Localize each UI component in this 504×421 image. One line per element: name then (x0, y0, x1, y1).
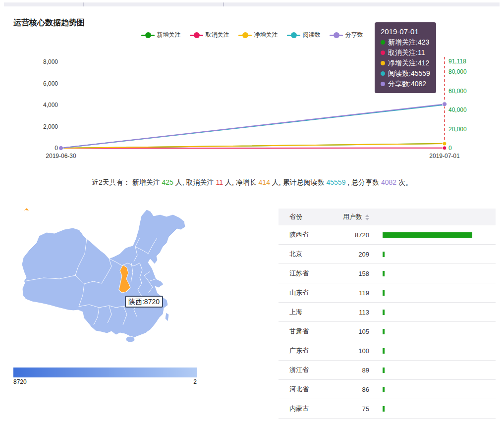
summary-segment: 4082 (381, 178, 396, 186)
summary-text: 近2天共有： 新增关注 425 人, 取消关注 11 人, 净增长 414 人,… (0, 178, 504, 187)
users-bar (383, 406, 385, 412)
users-bar (383, 271, 385, 276)
legend-item[interactable]: 阅读数 (287, 31, 321, 39)
users-bar (383, 368, 385, 373)
table-row: 甘肃省105 (279, 322, 496, 341)
users-cell: 209 (338, 251, 369, 258)
series-dot-icon (381, 40, 385, 45)
legend-item[interactable]: 分享数 (330, 31, 363, 39)
china-outline[interactable] (22, 210, 185, 339)
right-axis-tick: 0 (448, 144, 452, 152)
legend-item[interactable]: 净增关注 (238, 31, 278, 39)
x-axis-label-end: 2019-07-01 (429, 153, 459, 159)
province-table: 省份 用户数 陕西省8720北京209江苏省158山东省119上海113甘肃省1… (279, 209, 496, 419)
data-point-dot (443, 146, 447, 150)
table-row: 江苏省158 (279, 264, 496, 283)
data-point-dot (443, 102, 447, 106)
series-dot-icon (381, 61, 385, 65)
province-cell: 北京 (279, 250, 338, 259)
legend-marker-icon (330, 33, 343, 38)
taiwan-island[interactable] (165, 313, 169, 321)
legend-item[interactable]: 新增关注 (141, 31, 181, 39)
china-map-panel[interactable]: 陕西:8720 (10, 208, 228, 367)
summary-segment: 近2天共有： 新增关注 (92, 178, 162, 186)
users-cell: 158 (338, 270, 369, 277)
summary-segment: 人, 取消关注 (173, 178, 216, 186)
table-row: 上海113 (279, 303, 496, 322)
legend-label: 阅读数 (303, 31, 321, 39)
users-bar (383, 310, 385, 315)
users-cell: 75 (338, 405, 369, 413)
table-row: 浙江省89 (279, 361, 496, 380)
summary-segment: 次。 (396, 178, 412, 186)
table-row: 陕西省8720 (279, 225, 496, 245)
map-gradient-legend (13, 368, 197, 377)
top-bar (4, 2, 500, 6)
chart-tooltip: 2019-07-01 新增关注:423取消关注:11净增关注:412阅读数:45… (375, 22, 436, 93)
right-axis-tick: 91,118 (448, 57, 466, 65)
dashboard-page: 运营核心数据趋势图 新增关注取消关注净增关注阅读数分享数 02,0004,000… (0, 0, 504, 421)
table-row: 北京209 (279, 245, 496, 264)
legend-label: 分享数 (345, 31, 363, 39)
legend: 新增关注取消关注净增关注阅读数分享数 (137, 31, 368, 39)
users-bar (383, 387, 385, 392)
sort-icon[interactable] (365, 214, 369, 220)
chart-tooltip-row: 新增关注:423 (381, 37, 430, 48)
top-bar-divider (223, 2, 224, 6)
data-point-dot (443, 142, 447, 146)
summary-segment: 425 (162, 178, 173, 186)
legend-label: 新增关注 (157, 31, 181, 39)
province-cell: 陕西省 (279, 230, 338, 239)
table-row: 广东省100 (279, 341, 496, 361)
data-point-dot (59, 146, 63, 151)
province-cell: 内蒙古 (279, 404, 338, 413)
series-dot-icon (381, 71, 385, 76)
province-cell: 山东省 (279, 288, 338, 297)
table-row: 内蒙古75 (279, 399, 496, 419)
users-cell: 86 (338, 386, 369, 393)
users-cell: 113 (338, 309, 369, 316)
table-row: 河北省86 (279, 380, 496, 399)
chart-tooltip-date: 2019-07-01 (381, 26, 430, 37)
series-line (61, 104, 445, 148)
header-users: 用户数 (338, 212, 369, 221)
users-cell: 8720 (338, 231, 369, 239)
legend-marker-icon (238, 33, 252, 38)
province-cell: 广东省 (279, 346, 338, 355)
users-bar (383, 252, 385, 257)
province-cell: 甘肃省 (279, 327, 338, 336)
chart-tooltip-row: 分享数:4082 (381, 79, 430, 89)
table-row: 山东省119 (279, 283, 496, 303)
legend-marker-icon (287, 33, 300, 38)
right-axis-tick: 40,000 (448, 106, 467, 114)
summary-segment: 45559 (326, 178, 345, 186)
summary-segment: 人, 净增长 (223, 178, 259, 186)
right-axis-tick: 20,000 (448, 125, 467, 133)
legend-label: 净增关注 (254, 31, 278, 39)
legend-label: 取消关注 (206, 31, 229, 39)
chart-tooltip-value: 取消关注:11 (388, 48, 425, 58)
users-bar (383, 290, 385, 296)
hainan-island[interactable] (126, 336, 135, 342)
chart-tooltip-row: 取消关注:11 (381, 48, 430, 58)
users-cell: 89 (338, 367, 369, 374)
china-map-canvas[interactable] (10, 208, 228, 367)
left-axis-tick: 6,000 (28, 80, 58, 88)
x-axis-label-start: 2019-06-30 (46, 153, 76, 159)
left-axis-tick: 8,000 (28, 58, 58, 66)
left-axis-tick: 0 (28, 144, 58, 152)
left-axis-tick: 2,000 (28, 123, 58, 131)
left-axis-tick: 4,000 (28, 101, 58, 109)
province-cell: 江苏省 (279, 269, 338, 278)
summary-segment: , 总分享数 (345, 178, 381, 186)
right-axis-tick: 80,000 (448, 68, 467, 76)
table-body: 陕西省8720北京209江苏省158山东省119上海113甘肃省105广东省10… (279, 225, 496, 419)
chart-tooltip-rows: 新增关注:423取消关注:11净增关注:412阅读数:45559分享数:4082 (381, 37, 430, 89)
highlight-fragment (24, 208, 29, 211)
users-bar (383, 329, 385, 334)
legend-item[interactable]: 取消关注 (190, 31, 229, 39)
right-axis-tick: 60,000 (448, 87, 467, 95)
users-cell: 119 (338, 289, 369, 297)
users-bar (383, 232, 472, 238)
table-header-row: 省份 用户数 (279, 209, 496, 225)
